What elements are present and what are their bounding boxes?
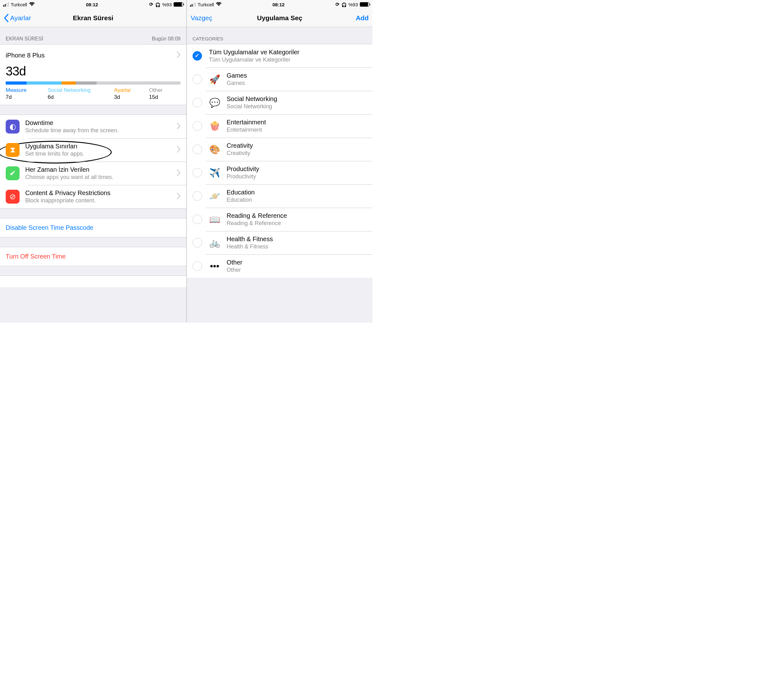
feature-subtitle: Choose apps you want at all times. bbox=[25, 174, 177, 181]
usage-bar-segment bbox=[61, 81, 76, 85]
partial-row[interactable] bbox=[0, 275, 186, 287]
nav-title: Ekran Süresi bbox=[73, 14, 113, 22]
feature-title: Uygulama Sınırları bbox=[25, 143, 177, 150]
category-title: Creativity bbox=[227, 142, 367, 149]
add-button[interactable]: Add bbox=[356, 14, 369, 22]
category-subtitle: Creativity bbox=[227, 150, 367, 157]
category-subtitle: Social Networking bbox=[227, 103, 367, 110]
category-subtitle: Entertainment bbox=[227, 127, 367, 133]
screen-choose-app: Turkcell 08:12 %93 Vazgeç Uygulama Seç A… bbox=[186, 0, 372, 323]
wifi-icon bbox=[29, 2, 35, 7]
status-bar: Turkcell 08:12 %93 bbox=[0, 0, 186, 9]
carrier-label: Turkcell bbox=[11, 2, 27, 7]
headphones-icon bbox=[155, 2, 160, 7]
category-value: 7d bbox=[6, 94, 48, 101]
back-button[interactable]: Ayarlar bbox=[4, 14, 31, 22]
section-header-label: EKRAN SÜRESİ bbox=[6, 36, 43, 42]
cancel-button[interactable]: Vazgeç bbox=[191, 14, 212, 22]
feature-row-uygulama-s-n-rlar-[interactable]: ⧗Uygulama SınırlarıSet time limits for a… bbox=[0, 138, 186, 161]
category-title: Tüm Uygulamalar ve Kategoriler bbox=[209, 49, 367, 56]
category-title: Entertainment bbox=[227, 119, 367, 126]
wifi-icon bbox=[216, 2, 222, 7]
battery-pct: %93 bbox=[162, 2, 172, 7]
radio-icon[interactable] bbox=[193, 74, 202, 84]
category-icon: 🚀 bbox=[209, 74, 220, 85]
chevron-right-icon bbox=[177, 146, 181, 154]
section-header: EKRAN SÜRESİ Bugün 08:09 bbox=[0, 27, 186, 44]
total-time: 33d bbox=[6, 64, 181, 78]
feature-title: Content & Privacy Restrictions bbox=[25, 189, 177, 197]
chevron-right-icon bbox=[177, 193, 181, 201]
feature-title: Her Zaman İzin Verilen bbox=[25, 166, 177, 173]
headphones-icon bbox=[341, 2, 347, 7]
category-row[interactable]: 🪐EducationEducation bbox=[187, 185, 372, 208]
checkmark-icon[interactable] bbox=[193, 51, 202, 61]
category-subtitle: Health & Fitness bbox=[227, 243, 367, 250]
category-title: Education bbox=[227, 189, 367, 196]
category-column: Social Networking6d bbox=[48, 87, 114, 101]
usage-bar-segment bbox=[76, 81, 97, 85]
category-label: Ayarlar bbox=[114, 87, 149, 94]
category-row[interactable]: •••OtherOther bbox=[187, 254, 372, 278]
feature-icon: ✔ bbox=[6, 166, 20, 180]
category-row[interactable]: 🍿EntertainmentEntertainment bbox=[187, 114, 372, 138]
battery-icon bbox=[174, 2, 183, 7]
radio-icon[interactable] bbox=[193, 261, 202, 271]
category-subtitle: Reading & Reference bbox=[227, 220, 367, 227]
feature-icon: ⧗ bbox=[6, 143, 20, 157]
battery-pct: %93 bbox=[348, 2, 358, 7]
category-label: Measure bbox=[6, 87, 48, 94]
usage-bar-segment bbox=[6, 81, 26, 85]
category-subtitle: Other bbox=[227, 267, 367, 274]
section-timestamp: Bugün 08:09 bbox=[152, 36, 181, 42]
carrier-label: Turkcell bbox=[198, 2, 214, 7]
screen-screen-time: Turkcell 08:12 %93 Ayarlar Ekran Süresi … bbox=[0, 0, 186, 323]
category-breakdown: Measure7dSocial Networking6dAyarlar3dOth… bbox=[6, 87, 181, 101]
radio-icon[interactable] bbox=[193, 191, 202, 201]
feature-icon: ◐ bbox=[6, 120, 20, 133]
device-row[interactable]: iPhone 8 Plus bbox=[6, 48, 181, 64]
usage-bar bbox=[6, 81, 181, 85]
feature-row-downtime[interactable]: ◐DowntimeSchedule time away from the scr… bbox=[0, 115, 186, 138]
disable-passcode-link[interactable]: Disable Screen Time Passcode bbox=[0, 218, 186, 237]
category-row[interactable]: 🚲Health & FitnessHealth & Fitness bbox=[187, 231, 372, 254]
nav-title: Uygulama Seç bbox=[257, 14, 302, 22]
category-icon: 🪐 bbox=[209, 190, 220, 202]
category-title: Social Networking bbox=[227, 96, 367, 102]
category-value: 3d bbox=[114, 94, 149, 101]
category-label: Social Networking bbox=[48, 87, 114, 94]
turn-off-screentime-link[interactable]: Turn Off Screen Time bbox=[0, 247, 186, 266]
radio-icon[interactable] bbox=[193, 215, 202, 224]
category-icon: 🍿 bbox=[209, 120, 220, 132]
category-icon: 📖 bbox=[209, 214, 220, 225]
feature-subtitle: Schedule time away from the screen. bbox=[25, 127, 177, 134]
category-title: Other bbox=[227, 259, 367, 266]
category-title: Games bbox=[227, 72, 367, 79]
signal-icon bbox=[190, 2, 196, 7]
category-column: Other15d bbox=[149, 87, 181, 101]
cancel-label: Vazgeç bbox=[191, 14, 212, 22]
section-header: CATEGORİES bbox=[187, 27, 372, 44]
feature-row-her-zaman-i-zin-verilen[interactable]: ✔Her Zaman İzin VerilenChoose apps you w… bbox=[0, 161, 186, 185]
category-list: Tüm Uygulamalar ve KategorilerTüm Uygula… bbox=[187, 44, 372, 278]
category-row[interactable]: ✈️ProductivityProductivity bbox=[187, 161, 372, 185]
radio-icon[interactable] bbox=[193, 145, 202, 154]
category-row[interactable]: 📖Reading & ReferenceReading & Reference bbox=[187, 208, 372, 231]
battery-icon bbox=[360, 2, 369, 7]
radio-icon[interactable] bbox=[193, 238, 202, 247]
category-title: Productivity bbox=[227, 165, 367, 173]
signal-icon bbox=[3, 2, 9, 7]
category-value: 6d bbox=[48, 94, 114, 101]
category-row[interactable]: 🎨CreativityCreativity bbox=[187, 138, 372, 161]
radio-icon[interactable] bbox=[193, 168, 202, 177]
category-row[interactable]: Tüm Uygulamalar ve KategorilerTüm Uygula… bbox=[187, 44, 372, 68]
category-icon: ••• bbox=[209, 260, 220, 272]
category-row[interactable]: 💬Social NetworkingSocial Networking bbox=[187, 91, 372, 114]
category-row[interactable]: 🚀GamesGames bbox=[187, 68, 372, 91]
feature-row-content-privacy-restrictions[interactable]: ⊘Content & Privacy RestrictionsBlock ina… bbox=[0, 185, 186, 208]
radio-icon[interactable] bbox=[193, 98, 202, 107]
radio-icon[interactable] bbox=[193, 121, 202, 131]
usage-bar-segment bbox=[26, 81, 61, 85]
clock: 08:12 bbox=[272, 2, 284, 7]
category-title: Reading & Reference bbox=[227, 212, 367, 219]
